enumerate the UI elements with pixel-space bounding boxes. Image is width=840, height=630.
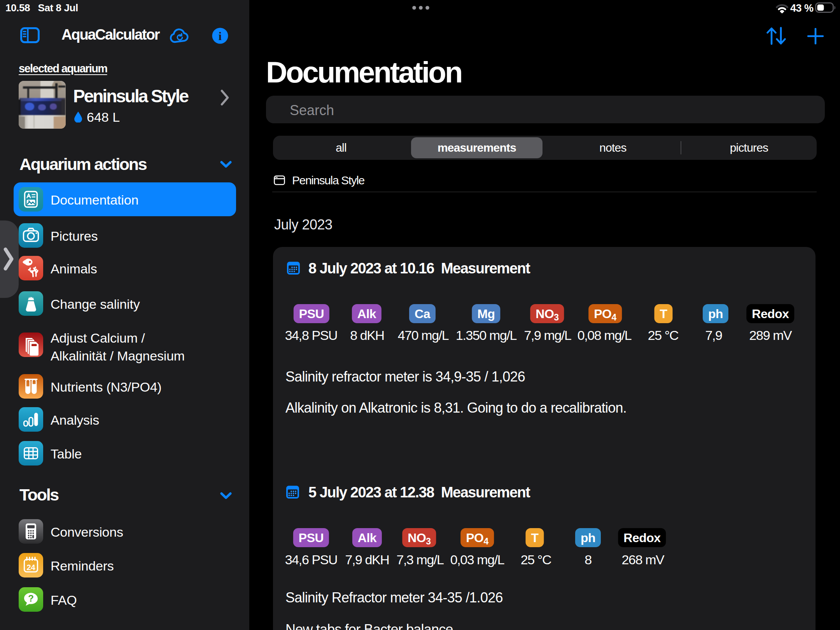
svg-text:24: 24 xyxy=(26,563,35,572)
svg-text:?: ? xyxy=(28,593,34,604)
svg-text:i: i xyxy=(219,30,222,42)
